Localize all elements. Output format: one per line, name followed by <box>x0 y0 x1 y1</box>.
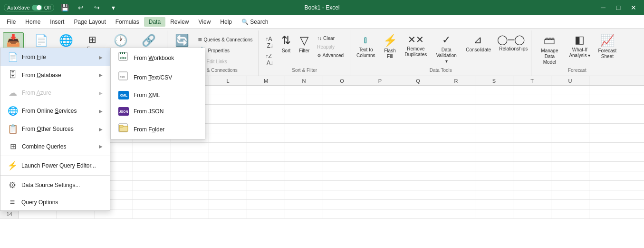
cell[interactable] <box>247 190 285 199</box>
cell[interactable] <box>247 200 285 209</box>
menu-file[interactable]: File <box>2 17 20 27</box>
cell[interactable] <box>133 209 171 218</box>
cell[interactable] <box>133 181 171 190</box>
from-online-services-item[interactable]: 🌐 From Online Services ▶ <box>0 102 110 120</box>
cell[interactable] <box>171 162 209 171</box>
query-options-item[interactable]: ≡ Query Options <box>0 194 110 210</box>
from-file-item[interactable]: 📄 From File ▶ <box>0 48 110 66</box>
cell[interactable] <box>285 133 323 142</box>
menu-data[interactable]: Data <box>144 17 165 27</box>
cell[interactable] <box>399 200 437 209</box>
cell[interactable] <box>209 105 247 114</box>
cell[interactable] <box>513 105 551 114</box>
cell[interactable] <box>361 114 399 123</box>
cell[interactable] <box>323 162 361 171</box>
cell[interactable] <box>171 181 209 190</box>
cell[interactable] <box>285 124 323 133</box>
cell[interactable] <box>285 86 323 95</box>
cell[interactable] <box>475 86 513 95</box>
autosave-toggle[interactable]: AutoSave Off <box>4 4 54 11</box>
cell[interactable] <box>437 105 475 114</box>
cell[interactable] <box>551 209 589 218</box>
menu-page-layout[interactable]: Page Layout <box>69 17 110 27</box>
cell[interactable] <box>247 171 285 180</box>
customize-icon[interactable]: ▾ <box>106 3 120 12</box>
from-text-csv-sub-item[interactable]: csv From Text/CSV <box>111 68 205 87</box>
cell[interactable] <box>247 105 285 114</box>
cell[interactable] <box>323 124 361 133</box>
from-workbook-item[interactable]: xlsx From Workbook <box>111 48 205 68</box>
cell[interactable] <box>323 143 361 152</box>
cell[interactable] <box>551 152 589 161</box>
cell[interactable] <box>209 95 247 104</box>
cell[interactable] <box>209 114 247 123</box>
cell[interactable] <box>133 200 171 209</box>
cell[interactable] <box>323 181 361 190</box>
cell[interactable] <box>361 95 399 104</box>
table-row[interactable]: 14 <box>0 209 644 219</box>
cell[interactable] <box>171 209 209 218</box>
cell[interactable] <box>171 152 209 161</box>
cell[interactable] <box>285 190 323 199</box>
cell[interactable] <box>513 143 551 152</box>
cell[interactable] <box>209 124 247 133</box>
cell[interactable] <box>437 124 475 133</box>
cell[interactable] <box>437 152 475 161</box>
cell[interactable] <box>399 181 437 190</box>
sort-za-button[interactable]: ↑Z A↓ <box>262 51 277 68</box>
cell[interactable] <box>513 200 551 209</box>
undo-icon[interactable]: ↩ <box>74 3 87 12</box>
cell[interactable] <box>437 209 475 218</box>
cell[interactable] <box>133 190 171 199</box>
cell[interactable] <box>323 86 361 95</box>
cell[interactable] <box>437 114 475 123</box>
cell[interactable] <box>513 171 551 180</box>
cell[interactable] <box>551 190 589 199</box>
cell[interactable] <box>437 181 475 190</box>
cell[interactable] <box>361 124 399 133</box>
cell[interactable] <box>437 162 475 171</box>
from-folder-item[interactable]: From Folder <box>111 119 205 139</box>
cell[interactable] <box>171 171 209 180</box>
cell[interactable] <box>323 114 361 123</box>
cell[interactable] <box>475 124 513 133</box>
cell[interactable] <box>247 143 285 152</box>
cell[interactable] <box>361 133 399 142</box>
data-validation-button[interactable]: ✓ DataValidation ▾ <box>431 32 461 65</box>
cell[interactable] <box>247 124 285 133</box>
cell[interactable] <box>399 124 437 133</box>
cell[interactable] <box>399 190 437 199</box>
cell[interactable] <box>247 209 285 218</box>
cell[interactable] <box>475 181 513 190</box>
cell[interactable] <box>399 95 437 104</box>
menu-insert[interactable]: Insert <box>45 17 69 27</box>
launch-pq-item[interactable]: ⚡ Launch Power Query Editor... <box>0 157 110 174</box>
data-source-settings-item[interactable]: ⚙ Data Source Settings... <box>0 177 110 194</box>
cell[interactable] <box>475 200 513 209</box>
cell[interactable] <box>551 86 589 95</box>
cell[interactable] <box>437 143 475 152</box>
cell[interactable] <box>323 95 361 104</box>
cell[interactable] <box>551 124 589 133</box>
sort-az-button[interactable]: ↑A Z↓ <box>262 34 277 50</box>
from-database-item[interactable]: 🗄 From Database ▶ <box>0 66 110 84</box>
cell[interactable] <box>513 162 551 171</box>
relationships-button[interactable]: ◯─◯ Relationships <box>494 32 528 65</box>
close-icon[interactable]: ✕ <box>627 3 640 12</box>
cell[interactable] <box>513 133 551 142</box>
menu-search[interactable]: 🔍 Search <box>237 17 273 27</box>
cell[interactable] <box>475 95 513 104</box>
cell[interactable] <box>437 86 475 95</box>
cell[interactable] <box>323 200 361 209</box>
cell[interactable] <box>513 152 551 161</box>
cell[interactable] <box>171 190 209 199</box>
autosave-knob[interactable] <box>32 5 42 10</box>
menu-formulas[interactable]: Formulas <box>111 17 144 27</box>
manage-data-model-button[interactable]: 🗃 ManageData Model <box>534 32 565 65</box>
cell[interactable] <box>133 171 171 180</box>
cell[interactable] <box>399 133 437 142</box>
cell[interactable] <box>209 133 247 142</box>
from-xml-item[interactable]: XML From XML <box>111 87 205 103</box>
cell[interactable] <box>551 143 589 152</box>
cell[interactable] <box>513 114 551 123</box>
